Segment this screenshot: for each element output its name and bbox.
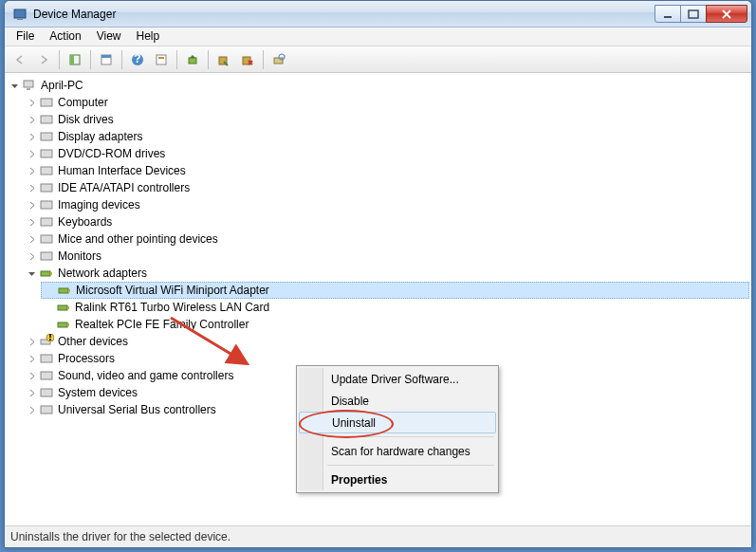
expand-icon[interactable] [26, 165, 37, 176]
expand-icon[interactable] [26, 216, 37, 228]
node-label: Display adapters [58, 130, 142, 143]
node-label: Ralink RT61 Turbo Wireless LAN Card [75, 301, 269, 314]
device-icon [39, 402, 54, 417]
svg-rect-28 [41, 252, 52, 260]
expand-icon[interactable] [26, 131, 37, 142]
svg-rect-10 [157, 55, 166, 64]
expand-icon[interactable] [26, 114, 37, 125]
expand-icon[interactable] [26, 199, 37, 211]
device-icon [56, 300, 71, 315]
device-category-1[interactable]: Disk drives [24, 111, 749, 128]
svg-rect-26 [41, 218, 52, 226]
node-label: April-PC [41, 79, 83, 92]
svg-rect-32 [68, 289, 70, 292]
svg-rect-12 [189, 58, 196, 64]
disable-button[interactable] [212, 48, 235, 71]
device-icon [39, 248, 54, 264]
node-label: Disk drives [58, 113, 114, 126]
close-button[interactable] [706, 5, 747, 23]
expand-icon[interactable] [26, 387, 37, 398]
menu-action[interactable]: Action [42, 28, 88, 46]
device-icon [39, 129, 54, 144]
ctx-disable[interactable]: Disable [299, 390, 496, 412]
menu-help[interactable]: Help [129, 28, 168, 46]
root-node[interactable]: April-PC [7, 77, 749, 94]
menubar: File Action View Help [5, 28, 751, 46]
expand-icon[interactable] [26, 233, 37, 245]
device-icon [39, 163, 54, 178]
network-adapters[interactable]: Network adapters [24, 265, 749, 282]
node-label: Universal Serial Bus controllers [58, 403, 216, 416]
expand-icon[interactable] [26, 353, 37, 364]
ctx-update-driver[interactable]: Update Driver Software... [299, 368, 496, 390]
expand-icon[interactable] [26, 336, 37, 347]
ctx-scan[interactable]: Scan for hardware changes [299, 440, 496, 462]
node-label: Keyboards [58, 215, 112, 229]
help-button[interactable]: ? [126, 48, 149, 71]
device-category-4[interactable]: Human Interface Devices [24, 162, 749, 179]
device-icon [39, 214, 54, 230]
svg-rect-29 [41, 271, 50, 276]
device-icon [56, 317, 71, 332]
node-label: Mice and other pointing devices [58, 232, 218, 246]
expand-icon[interactable] [26, 182, 37, 193]
expand-icon[interactable] [26, 267, 37, 279]
node-label: Computer [58, 96, 108, 109]
network-adapter-0[interactable]: Microsoft Virtual WiFi Miniport Adapter [41, 282, 749, 299]
forward-button[interactable] [32, 48, 55, 71]
titlebar[interactable]: Device Manager [5, 1, 751, 28]
svg-rect-33 [58, 305, 67, 310]
device-icon [39, 368, 54, 383]
svg-rect-17 [24, 81, 33, 87]
device-category-5[interactable]: IDE ATA/ATAPI controllers [24, 179, 749, 196]
device-category-3[interactable]: DVD/CD-ROM drives [24, 145, 749, 162]
action-button[interactable] [150, 48, 173, 71]
svg-text:?: ? [134, 53, 140, 65]
device-icon [57, 283, 72, 298]
expand-icon[interactable] [9, 80, 20, 91]
svg-rect-5 [70, 55, 74, 64]
device-category-7[interactable]: Keyboards [24, 213, 749, 230]
tree-pane[interactable]: April-PCComputerDisk drivesDisplay adapt… [5, 73, 751, 526]
uninstall-button[interactable] [236, 48, 259, 71]
app-icon [12, 7, 28, 22]
minimize-button[interactable] [655, 5, 681, 23]
node-label: Monitors [58, 249, 101, 263]
device-category-8[interactable]: Mice and other pointing devices [24, 230, 749, 248]
properties-button[interactable] [95, 48, 118, 71]
device-category-r0[interactable]: !Other devices [24, 333, 749, 350]
menu-file[interactable]: File [9, 28, 42, 46]
show-hide-button[interactable] [64, 48, 86, 71]
scan-hardware-button[interactable] [267, 48, 290, 71]
device-category-2[interactable]: Display adapters [24, 128, 749, 145]
device-icon [39, 180, 54, 195]
device-icon: ! [39, 334, 54, 349]
device-category-9[interactable]: Monitors [24, 248, 749, 265]
expand-icon[interactable] [26, 250, 37, 262]
maximize-button[interactable] [680, 5, 707, 23]
menu-view[interactable]: View [89, 28, 129, 46]
ctx-uninstall[interactable]: Uninstall [299, 412, 496, 433]
expand-icon[interactable] [26, 97, 37, 108]
device-category-6[interactable]: Imaging devices [24, 196, 749, 213]
expand-icon[interactable] [26, 148, 37, 159]
svg-rect-1 [17, 19, 23, 20]
device-icon [39, 146, 54, 161]
expand-icon[interactable] [26, 404, 37, 415]
svg-rect-7 [101, 55, 111, 58]
svg-rect-2 [664, 16, 672, 18]
svg-rect-0 [14, 9, 26, 18]
node-label: Other devices [58, 335, 128, 348]
svg-rect-23 [41, 167, 52, 175]
ctx-properties[interactable]: Properties [299, 469, 496, 490]
device-category-0[interactable]: Computer [24, 94, 749, 111]
svg-rect-40 [41, 355, 52, 362]
network-adapter-2[interactable]: Realtek PCIe FE Family Controller [41, 316, 749, 333]
svg-rect-30 [50, 272, 52, 275]
network-adapter-1[interactable]: Ralink RT61 Turbo Wireless LAN Card [41, 299, 749, 316]
expand-icon[interactable] [26, 370, 37, 381]
back-button[interactable] [9, 48, 31, 71]
svg-rect-11 [158, 57, 164, 59]
node-label: System devices [58, 386, 138, 399]
update-driver-button[interactable] [181, 48, 204, 71]
